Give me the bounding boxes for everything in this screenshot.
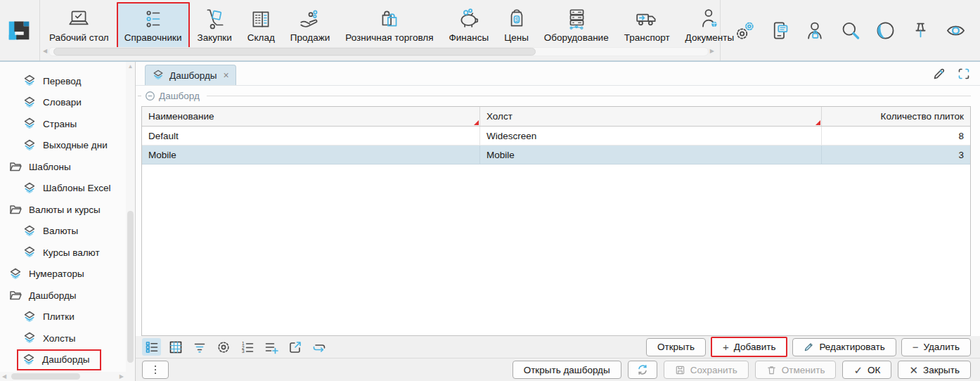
sidebar-item-holidays[interactable]: Выходные дни (0, 135, 126, 157)
sidebar-item-dashboards-group[interactable]: Дашборды (0, 285, 126, 306)
ok-button[interactable]: ✓ ОК (842, 361, 891, 379)
gear-icon[interactable] (214, 338, 233, 356)
sidebar-item-templates[interactable]: Шаблоны (0, 156, 126, 178)
grid-view-icon[interactable] (166, 338, 185, 356)
sidebar-item-dashboards[interactable]: Дашборды (0, 349, 126, 371)
tab-dashboards[interactable]: Дашборды × (145, 65, 236, 85)
scroll-left-arrow[interactable]: ◀ (43, 49, 47, 54)
edit-button[interactable]: Редактировать (792, 338, 896, 356)
layers-icon (152, 69, 165, 82)
filter-icon[interactable] (190, 338, 209, 356)
layers-icon (22, 331, 37, 345)
topbar-item-documents[interactable]: Документы (678, 2, 742, 49)
layers-icon (22, 181, 37, 195)
logo-icon (5, 15, 34, 45)
sidebar-horizontal-scrollbar[interactable]: ◀ ▶ (0, 372, 126, 381)
fullscreen-icon[interactable] (957, 67, 971, 81)
topbar-horizontal-scrollbar[interactable]: ◀ ▶ (43, 47, 714, 56)
open-button[interactable]: Открыть (646, 338, 706, 356)
layers-icon (22, 310, 37, 324)
scrollbar-thumb[interactable] (11, 373, 80, 380)
save-button: Сохранить (664, 361, 749, 379)
edit-pencil-icon[interactable] (932, 67, 946, 81)
sidebar-item-dictionaries[interactable]: Словари (0, 92, 126, 114)
folder-icon (8, 160, 22, 174)
loop-refresh-icon[interactable] (309, 338, 328, 356)
sidebar-item-countries[interactable]: Страны (0, 113, 126, 135)
directories-list-icon (141, 6, 165, 32)
topbar-item-warehouse[interactable]: Склад (240, 2, 283, 49)
sort-indicator (474, 120, 479, 125)
topbar-item-retail[interactable]: Розничная торговля (337, 2, 441, 49)
app-logo[interactable] (0, 0, 40, 60)
collapse-group-icon[interactable] (145, 91, 155, 101)
user-lock-icon[interactable] (801, 16, 829, 44)
topbar-item-purchases[interactable]: Закупки (190, 2, 240, 49)
topbar-item-directories[interactable]: Справочники (117, 2, 190, 49)
dashboards-table: Наименование Холст Количество плиток Def… (141, 106, 971, 336)
eye-icon[interactable] (942, 16, 969, 44)
add-lines-icon[interactable] (262, 338, 281, 356)
table-header: Наименование Холст Количество плиток (142, 107, 970, 127)
table-row-selected[interactable]: Mobile Mobile 3 (142, 146, 970, 164)
layers-icon (8, 267, 22, 281)
folder-icon (8, 202, 22, 217)
pin-icon[interactable] (907, 16, 934, 44)
scroll-left-arrow[interactable]: ◀ (2, 373, 6, 380)
column-header-name[interactable]: Наименование (142, 107, 480, 126)
svg-text:3: 3 (242, 349, 245, 354)
server-stack-icon (565, 6, 588, 32)
close-button[interactable]: ✕ Закрыть (898, 361, 971, 379)
column-header-tile-count[interactable]: Количество плиток (822, 107, 970, 126)
topbar-item-transport[interactable]: Транспорт (617, 2, 678, 49)
layers-icon (22, 74, 37, 88)
column-header-canvas[interactable]: Холст (480, 107, 822, 126)
sidebar-item-excel-templates[interactable]: Шаблоны Excel (0, 178, 126, 200)
list-view-icon[interactable] (142, 338, 161, 356)
refresh-icon (637, 364, 648, 375)
vertical-dots-icon (155, 366, 157, 375)
external-link-icon[interactable] (285, 338, 304, 356)
clock-icon[interactable] (872, 16, 899, 44)
scroll-up-arrow[interactable]: ▲ (126, 63, 135, 70)
cancel-button: Отменить (755, 361, 837, 379)
topbar-item-desktop[interactable]: Рабочий стол (41, 2, 117, 49)
scrollbar-thumb[interactable] (53, 48, 536, 56)
table-row[interactable]: Default Widescreen 8 (142, 127, 970, 146)
search-icon[interactable] (837, 16, 864, 44)
topbar-item-prices[interactable]: $ Цены (496, 2, 536, 49)
topbar-item-finance[interactable]: Финансы (441, 2, 497, 49)
tab-close-icon[interactable]: × (222, 70, 231, 81)
plus-icon: + (723, 342, 729, 352)
open-dashboards-button[interactable]: Открыть дашборды (512, 361, 621, 379)
scrollbar-thumb[interactable] (127, 211, 134, 363)
folder-icon (8, 288, 22, 302)
sidebar-item-canvases[interactable]: Холсты (0, 328, 126, 349)
refresh-button[interactable] (628, 361, 657, 379)
save-floppy-icon (675, 365, 685, 375)
numbered-list-icon[interactable]: 1 2 3 (238, 338, 257, 356)
main-panel: Дашборды × (136, 62, 980, 381)
sidebar-item-translation[interactable]: Перевод (0, 70, 126, 92)
app-window: Рабочий стол Справочники (0, 0, 980, 381)
delete-button[interactable]: − Удалить (901, 338, 971, 356)
piggy-bank-icon (457, 6, 481, 32)
sidebar-item-numerators[interactable]: Нумераторы (0, 264, 126, 285)
sidebar-item-currencies[interactable]: Валюты (0, 221, 126, 243)
add-button[interactable]: + Добавить (711, 337, 787, 357)
topbar-item-sales[interactable]: Продажи (283, 2, 337, 49)
layers-icon (22, 117, 37, 131)
sidebar-item-exchange-rates[interactable]: Курсы валют (0, 242, 126, 264)
sidebar-item-tiles[interactable]: Плитки (0, 306, 126, 328)
scroll-right-arrow[interactable]: ▶ (120, 373, 124, 380)
topbar-item-equipment[interactable]: Оборудование (536, 2, 617, 49)
layers-icon (22, 224, 37, 238)
check-icon: ✓ (853, 365, 863, 375)
more-actions-button[interactable] (142, 361, 169, 379)
scroll-right-arrow[interactable]: ▶ (710, 49, 714, 54)
sidebar-tree: Перевод Словари Страны Выходные дни Шабл… (0, 62, 136, 381)
sidebar-item-currencies-group[interactable]: Валюты и курсы (0, 199, 126, 221)
device-message-icon[interactable] (766, 16, 794, 44)
hand-coins-icon (298, 6, 322, 32)
sidebar-vertical-scrollbar[interactable]: ▲ (126, 62, 135, 372)
